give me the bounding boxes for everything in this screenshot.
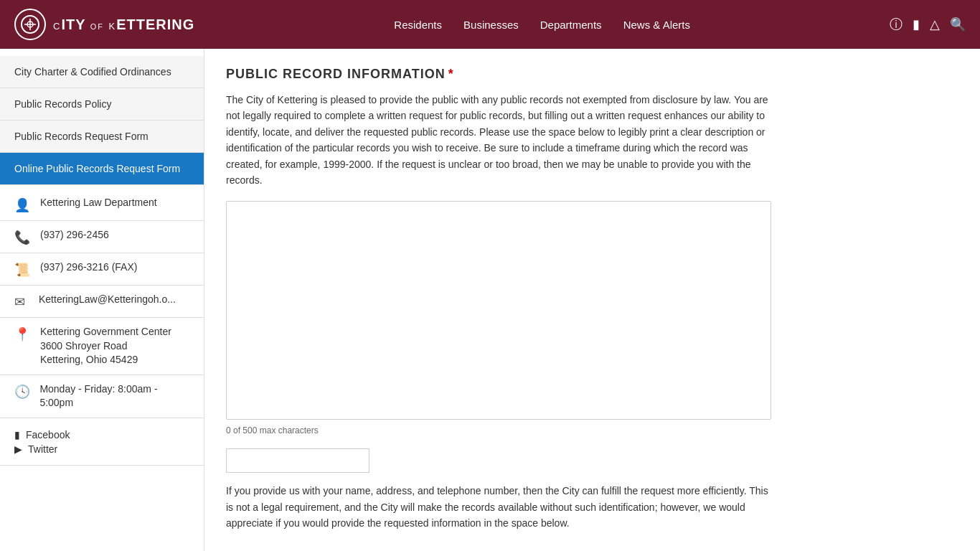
nav-departments[interactable]: Departments — [540, 19, 602, 31]
fax-number: (937) 296-3216 (FAX) — [40, 260, 137, 275]
card-icon[interactable]: ▮ — [913, 17, 920, 32]
site-header: CITY OF KETTERING Residents Businesses D… — [0, 0, 980, 49]
logo[interactable]: CITY OF KETTERING — [14, 9, 194, 40]
sidebar-item-public-records-policy[interactable]: Public Records Policy — [0, 88, 204, 121]
header-icons: ⓘ ▮ △ 🔍 — [890, 16, 966, 33]
sidebar-item-online-public-records[interactable]: Online Public Records Request Form — [0, 153, 204, 185]
section-title: PUBLIC RECORD INFORMATION* — [226, 67, 771, 82]
twitter-icon: ▶ — [14, 443, 22, 455]
logo-icon — [14, 9, 46, 40]
email-address: KetteringLaw@Ketteringoh.o... — [39, 293, 176, 307]
main-nav: Residents Businesses Departments News & … — [394, 19, 690, 31]
main-content: PUBLIC RECORD INFORMATION* The City of K… — [204, 49, 793, 551]
sidebar-hours: 🕓 Monday - Friday: 8:00am - 5:00pm — [0, 375, 204, 418]
logo-text: CITY OF KETTERING — [53, 17, 194, 33]
nav-businesses[interactable]: Businesses — [463, 19, 519, 31]
sidebar-item-city-charter[interactable]: City Charter & Codified Ordinances — [0, 56, 204, 88]
twitter-label: Twitter — [28, 443, 57, 455]
char-count: 0 of 500 max characters — [226, 425, 771, 435]
phone-number: (937) 296-2456 — [40, 228, 109, 242]
sidebar-item-public-records-form[interactable]: Public Records Request Form — [0, 121, 204, 153]
sidebar: City Charter & Codified Ordinances Publi… — [0, 49, 204, 551]
email-icon: ✉ — [14, 294, 29, 310]
hours-text: Monday - Friday: 8:00am - 5:00pm — [39, 382, 189, 410]
sidebar-phone[interactable]: 📞 (937) 296-2456 — [0, 221, 204, 253]
name-input[interactable] — [226, 448, 369, 473]
nav-news-alerts[interactable]: News & Alerts — [623, 19, 690, 31]
sidebar-fax: 📜 (937) 296-3216 (FAX) — [0, 253, 204, 286]
fax-icon: 📜 — [14, 262, 30, 278]
facebook-link[interactable]: ▮ Facebook — [14, 429, 189, 441]
alert-icon[interactable]: △ — [930, 17, 940, 32]
sidebar-contact: 👤 Kettering Law Department 📞 (937) 296-2… — [0, 185, 204, 422]
search-icon[interactable]: 🔍 — [950, 17, 966, 32]
sidebar-email[interactable]: ✉ KetteringLaw@Ketteringoh.o... — [0, 286, 204, 318]
required-indicator: * — [448, 67, 454, 81]
sidebar-department: 👤 Kettering Law Department — [0, 189, 204, 221]
page-layout: City Charter & Codified Ordinances Publi… — [0, 49, 980, 551]
record-textarea-wrapper — [226, 201, 771, 420]
facebook-icon: ▮ — [14, 429, 20, 441]
phone-icon: 📞 — [14, 230, 30, 245]
sidebar-social: ▮ Facebook ▶ Twitter — [0, 422, 204, 466]
name-note: If you provide us with your name, addres… — [226, 483, 771, 531]
section-description: The City of Kettering is pleased to prov… — [226, 92, 771, 188]
sidebar-address[interactable]: 📍 Kettering Government Center 3600 Shroy… — [0, 318, 204, 375]
twitter-link[interactable]: ▶ Twitter — [14, 443, 189, 455]
record-request-textarea[interactable] — [227, 202, 771, 417]
nav-residents[interactable]: Residents — [394, 19, 442, 31]
facebook-label: Facebook — [26, 429, 70, 441]
department-name: Kettering Law Department — [40, 196, 157, 210]
help-icon[interactable]: ⓘ — [890, 16, 903, 33]
location-icon: 📍 — [14, 326, 30, 342]
person-icon: 👤 — [14, 197, 30, 213]
address-text: Kettering Government Center 3600 Shroyer… — [40, 325, 171, 367]
clock-icon: 🕓 — [14, 384, 29, 400]
